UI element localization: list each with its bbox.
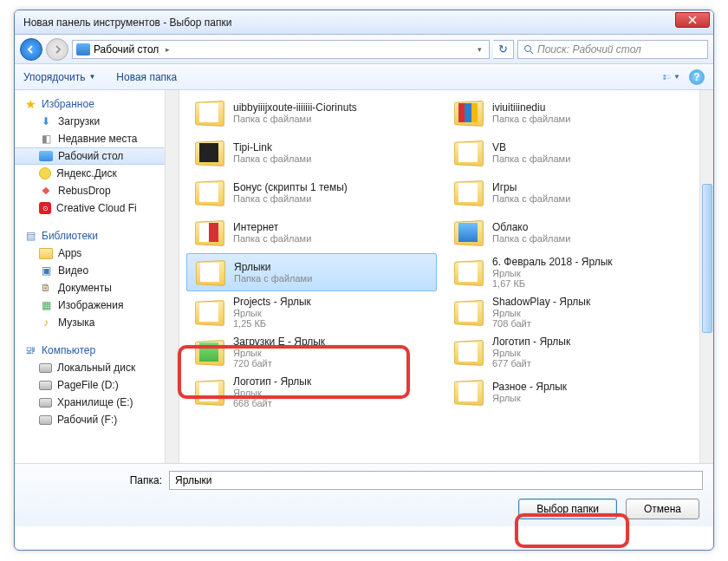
file-item[interactable]: ИгрыПапка с файлами bbox=[445, 173, 696, 212]
svg-rect-2 bbox=[663, 77, 666, 79]
file-item[interactable]: VBПапка с файлами bbox=[445, 134, 696, 172]
file-item[interactable]: uibbyiiijxoute-iiiiiii-CiorinutsПапка с … bbox=[186, 94, 437, 132]
item-subtitle: Папка с файлами bbox=[492, 153, 570, 164]
sidebar-item-label: Рабочий (F:) bbox=[57, 414, 117, 426]
file-item[interactable]: Загрузки E - ЯрлыкЯрлык720 байт bbox=[186, 333, 437, 371]
cancel-button[interactable]: Отмена bbox=[626, 499, 699, 519]
ico-doc-icon: 🗎 bbox=[39, 281, 53, 295]
search-icon bbox=[523, 44, 534, 55]
folder-icon bbox=[192, 258, 227, 287]
sidebar-item-label: RebusDrop bbox=[58, 185, 111, 197]
address-segment[interactable]: Рабочий стол bbox=[94, 43, 159, 55]
item-name: Ярлыки bbox=[234, 261, 312, 273]
folder-icon bbox=[451, 258, 485, 287]
sidebar-item-fav[interactable]: ❖RebusDrop bbox=[15, 182, 179, 199]
sidebar-item-lib[interactable]: ♪Музыка bbox=[15, 314, 179, 331]
sidebar-item-label: Рабочий стол bbox=[58, 150, 123, 162]
sidebar-item-lib[interactable]: 🗎Документы bbox=[15, 279, 179, 297]
sidebar-item-drive[interactable]: PageFile (D:) bbox=[15, 376, 179, 394]
sidebar-item-label: Недавние места bbox=[58, 133, 137, 145]
ico-recent-icon: ◧ bbox=[39, 132, 53, 146]
ico-rd-icon: ❖ bbox=[39, 184, 53, 198]
window-title: Новая панель инструментов - Выбор папки bbox=[23, 16, 231, 29]
chevron-right-icon[interactable]: ▸ bbox=[162, 45, 173, 54]
nav-back-button[interactable] bbox=[20, 38, 42, 61]
folder-name-input[interactable] bbox=[169, 471, 703, 490]
drive-icon bbox=[39, 398, 52, 408]
refresh-button[interactable]: ↻ bbox=[493, 40, 514, 59]
sidebar-libraries-header[interactable]: ▤ Библиотеки bbox=[15, 227, 179, 245]
libraries-icon: ▤ bbox=[23, 229, 37, 243]
item-name: Projects - Ярлык bbox=[233, 296, 311, 308]
file-item[interactable]: Разное - ЯрлыкЯрлык bbox=[445, 373, 696, 411]
sidebar-item-fav[interactable]: ◧Недавние места bbox=[15, 130, 179, 147]
sidebar-item-drive[interactable]: Локальный диск bbox=[15, 359, 179, 376]
scrollbar-thumb[interactable] bbox=[702, 184, 712, 333]
sidebar-item-fav[interactable]: Рабочий стол bbox=[15, 147, 179, 165]
sidebar-item-lib[interactable]: ▦Изображения bbox=[15, 297, 179, 314]
item-size: 1,67 КБ bbox=[492, 278, 613, 289]
organize-menu[interactable]: Упорядочить▼ bbox=[23, 71, 95, 83]
folder-icon bbox=[192, 377, 226, 407]
nav-forward-button[interactable] bbox=[46, 38, 68, 61]
item-subtitle: Ярлык bbox=[492, 348, 570, 358]
select-folder-button[interactable]: Выбор папки bbox=[518, 499, 617, 519]
file-item[interactable]: ShadowPlay - ЯрлыкЯрлык708 байт bbox=[445, 293, 696, 331]
new-folder-button[interactable]: Новая папка bbox=[116, 71, 177, 83]
drive-icon bbox=[39, 363, 52, 373]
sidebar-favorites-header[interactable]: ★ Избранное bbox=[15, 95, 179, 113]
sidebar-item-fav[interactable]: ⊙Creative Cloud Fi bbox=[15, 199, 179, 217]
folder-icon bbox=[451, 218, 485, 247]
sidebar-item-fav[interactable]: ⬇Загрузки bbox=[15, 113, 179, 130]
sidebar-item-lib[interactable]: ▣Видео bbox=[15, 262, 179, 279]
sidebar-item-label: Изображения bbox=[58, 299, 123, 311]
folder-icon bbox=[451, 337, 485, 367]
file-item[interactable]: ОблакоПапка с файлами bbox=[445, 213, 696, 251]
folder-icon bbox=[192, 218, 226, 247]
item-name: Интернет bbox=[233, 221, 311, 233]
content-scrollbar[interactable] bbox=[699, 90, 713, 463]
chevron-down-icon[interactable]: ▾ bbox=[474, 45, 485, 54]
item-subtitle: Папка с файлами bbox=[233, 193, 348, 204]
item-subtitle: Папка с файлами bbox=[234, 273, 312, 284]
sidebar-item-fav[interactable]: Яндекс.Диск bbox=[15, 165, 179, 182]
item-name: Загрузки E - Ярлык bbox=[233, 336, 325, 348]
file-item[interactable]: Логотип - ЯрлыкЯрлык668 байт bbox=[186, 373, 437, 411]
sidebar-item-label: Документы bbox=[58, 282, 112, 294]
search-box[interactable]: Поиск: Рабочий стол bbox=[517, 40, 708, 59]
item-subtitle: Папка с файлами bbox=[233, 153, 311, 164]
item-subtitle: Ярлык bbox=[492, 308, 590, 318]
item-subtitle: Ярлык bbox=[492, 268, 613, 278]
sidebar-scrollbar[interactable] bbox=[165, 90, 179, 463]
item-name: Игры bbox=[492, 181, 570, 193]
ico-img-icon: ▦ bbox=[39, 298, 53, 312]
item-subtitle: Ярлык bbox=[233, 388, 311, 398]
item-size: 708 байт bbox=[492, 318, 590, 329]
file-item[interactable]: 6. Февраль 2018 - ЯрлыкЯрлык1,67 КБ bbox=[445, 253, 696, 291]
sidebar-item-lib[interactable]: Apps bbox=[15, 245, 179, 262]
item-name: Логотип - Ярлык bbox=[492, 336, 570, 348]
toolbar: Упорядочить▼ Новая папка ▼ ? bbox=[15, 64, 713, 90]
ico-dl-icon: ⬇ bbox=[39, 114, 53, 128]
titlebar[interactable]: Новая панель инструментов - Выбор папки bbox=[15, 10, 713, 35]
close-button[interactable] bbox=[675, 12, 710, 28]
file-item[interactable]: Логотип - ЯрлыкЯрлык677 байт bbox=[445, 333, 696, 371]
item-name: iviuitiiinediu bbox=[492, 101, 570, 114]
file-item[interactable]: Бонус (скрипты 1 темы)Папка с файлами bbox=[186, 173, 437, 212]
file-item[interactable]: Tipi-LinkПапка с файлами bbox=[186, 134, 437, 172]
sidebar-item-drive[interactable]: Хранилище (E:) bbox=[15, 394, 179, 411]
sidebar-item-drive[interactable]: Рабочий (F:) bbox=[15, 411, 179, 428]
view-options-button[interactable]: ▼ bbox=[663, 69, 680, 85]
item-size: 668 байт bbox=[233, 398, 311, 408]
help-button[interactable]: ? bbox=[689, 69, 705, 85]
file-item[interactable]: iviuitiiinediuПапка с файлами bbox=[445, 94, 696, 132]
file-item[interactable]: ЯрлыкиПапка с файлами bbox=[186, 253, 437, 291]
item-size: 1,25 КБ bbox=[233, 318, 311, 329]
sidebar-computer-header[interactable]: 🖳 Компьютер bbox=[15, 342, 179, 359]
folder-icon bbox=[451, 98, 485, 127]
file-item[interactable]: Projects - ЯрлыкЯрлык1,25 КБ bbox=[186, 293, 437, 331]
file-item[interactable]: ИнтернетПапка с файлами bbox=[186, 213, 437, 251]
item-subtitle: Папка с файлами bbox=[233, 114, 357, 124]
address-bar[interactable]: Рабочий стол ▸ ▾ bbox=[72, 40, 490, 59]
sidebar-item-label: Видео bbox=[58, 264, 88, 277]
